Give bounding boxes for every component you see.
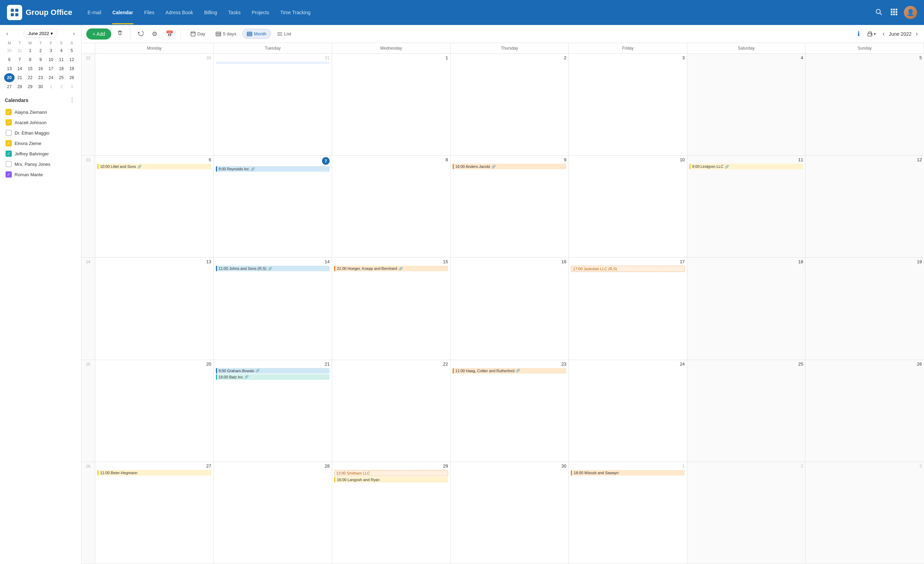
logo-area[interactable]: Group Office: [7, 5, 72, 20]
mini-cal-day[interactable]: 25: [56, 73, 66, 82]
mini-cal-day[interactable]: 16: [35, 64, 46, 73]
calendar-day-cell[interactable]: 30: [451, 462, 569, 564]
mini-cal-day[interactable]: 21: [15, 73, 25, 82]
calendar-day-cell[interactable]: 2: [687, 462, 806, 564]
calendar-event[interactable]: [216, 62, 330, 64]
calendar-day-cell[interactable]: 610:00 Littel and Sons🔗: [95, 156, 214, 257]
mini-cal-day[interactable]: 13: [4, 64, 15, 73]
calendar-day-cell[interactable]: 79:00 Reynolds Inc🔗: [214, 156, 332, 257]
mini-cal-day[interactable]: 2: [56, 82, 66, 91]
calendar-item[interactable]: ✓Elnora Zieme: [4, 138, 77, 149]
print-button[interactable]: ▾: [864, 30, 879, 39]
calendar-day-cell[interactable]: 1717:00 Jaskolski LLC (R,S): [569, 258, 687, 359]
nav-address-book[interactable]: Adress Book: [161, 7, 198, 18]
calendar-checkbox[interactable]: ✓: [6, 109, 12, 115]
calendar-event[interactable]: 18:00 Wisozk and Sawayn: [571, 470, 685, 475]
calendar-day-cell[interactable]: 4: [687, 54, 806, 155]
mini-cal-day[interactable]: 1: [25, 46, 35, 55]
calendar-day-cell[interactable]: 2711:00 Beier-Hegmann: [95, 462, 214, 564]
calendar-day-cell[interactable]: 12: [806, 156, 924, 257]
calendar-event[interactable]: 10:00 Littel and Sons🔗: [98, 164, 212, 169]
nav-time-tracking[interactable]: Time Tracking: [276, 7, 315, 18]
mini-cal-day[interactable]: 8: [25, 55, 35, 64]
refresh-button[interactable]: [135, 28, 146, 40]
mini-cal-day[interactable]: 28: [15, 82, 25, 91]
calendar-event[interactable]: 11:00 Haag, Collier and Rutherford🔗: [453, 368, 567, 374]
calendar-day-cell[interactable]: 5: [806, 54, 924, 155]
prev-month-button[interactable]: ‹: [881, 29, 886, 39]
settings-button[interactable]: ⚙: [149, 28, 160, 40]
view-month-button[interactable]: Month: [242, 29, 271, 39]
mini-cal-day[interactable]: 26: [66, 73, 77, 82]
mini-cal-prev[interactable]: ‹: [4, 30, 10, 38]
calendar-event[interactable]: 9:00 Graham-Bowski🔗: [216, 368, 330, 374]
mini-cal-day[interactable]: 30: [35, 82, 46, 91]
calendar-event[interactable]: 16:00 Langosh and Ryan: [334, 477, 448, 483]
calendar-checkbox[interactable]: ✓: [6, 171, 12, 177]
calendar-day-cell[interactable]: 2913:00 Smitham LLC16:00 Langosh and Rya…: [332, 462, 451, 564]
calendar-item[interactable]: Dr. Ethan Maggio: [4, 128, 77, 138]
calendar-day-cell[interactable]: 25: [687, 360, 806, 462]
mini-cal-day[interactable]: 18: [56, 64, 66, 73]
calendar-checkbox[interactable]: ✓: [6, 140, 12, 146]
calendar-day-cell[interactable]: 28: [214, 462, 332, 564]
mini-cal-day[interactable]: 17: [46, 64, 56, 73]
mini-cal-day[interactable]: 14: [15, 64, 25, 73]
calendar-checkbox[interactable]: [6, 130, 12, 136]
calendar-day-cell[interactable]: 10: [569, 156, 687, 257]
nav-email[interactable]: E-mail: [82, 7, 106, 18]
mini-cal-day[interactable]: 19: [66, 64, 77, 73]
mini-cal-day[interactable]: 4: [56, 46, 66, 55]
mini-cal-day[interactable]: 2: [35, 46, 46, 55]
calendar-day-cell[interactable]: 16: [451, 258, 569, 359]
calendar-event[interactable]: 16:00 Batz Inc🔗: [216, 374, 330, 380]
mini-cal-day[interactable]: 1: [46, 82, 56, 91]
mini-cal-day[interactable]: 7: [15, 55, 25, 64]
calendar-day-cell[interactable]: 119:00 Lindgren LLC🔗: [687, 156, 806, 257]
calendar-day-cell[interactable]: 20: [95, 360, 214, 462]
nav-files[interactable]: Files: [140, 7, 159, 18]
mini-cal-day[interactable]: 3: [46, 46, 56, 55]
mini-cal-next[interactable]: ›: [71, 30, 77, 38]
mini-cal-day[interactable]: 23: [35, 73, 46, 82]
calendar-day-cell[interactable]: 3: [806, 462, 924, 564]
view-day-button[interactable]: Day: [186, 29, 210, 39]
mini-cal-day[interactable]: 27: [4, 82, 15, 91]
calendar-day-cell[interactable]: 8: [332, 156, 451, 257]
info-button[interactable]: ℹ: [856, 29, 861, 39]
calendar-day-cell[interactable]: 1: [332, 54, 451, 155]
calendar-checkbox[interactable]: ✓: [6, 119, 12, 126]
calendar-day-cell[interactable]: 30: [95, 54, 214, 155]
calendar-item[interactable]: ✓Jeffrey Bahringer: [4, 149, 77, 159]
nav-tasks[interactable]: Tasks: [223, 7, 245, 18]
nav-billing[interactable]: Billing: [199, 7, 222, 18]
calendar-item[interactable]: ✓Araceli Johnson: [4, 117, 77, 128]
calendar-day-cell[interactable]: 2: [451, 54, 569, 155]
mini-cal-day[interactable]: 31: [15, 46, 25, 55]
mini-cal-day[interactable]: 5: [66, 46, 77, 55]
calendar-day-cell[interactable]: 219:00 Graham-Bowski🔗16:00 Batz Inc🔗: [214, 360, 332, 462]
user-avatar[interactable]: 👤: [904, 6, 917, 19]
calendar-day-cell[interactable]: 13: [95, 258, 214, 359]
mini-cal-day[interactable]: 12: [66, 55, 77, 64]
mini-cal-day[interactable]: 3: [66, 82, 77, 91]
calendar-day-cell[interactable]: 1411:00 Johns and Sons (R,S)🔗: [214, 258, 332, 359]
calendar-day-cell[interactable]: 22: [332, 360, 451, 462]
view-5days-button[interactable]: 5 days: [211, 29, 240, 39]
mini-cal-day[interactable]: 10: [46, 55, 56, 64]
calendar-day-cell[interactable]: 24: [569, 360, 687, 462]
mini-cal-day[interactable]: 9: [35, 55, 46, 64]
mini-cal-day[interactable]: 30: [4, 46, 15, 55]
calendars-menu-button[interactable]: ⋮: [68, 96, 76, 104]
mini-cal-day[interactable]: 11: [56, 55, 66, 64]
mini-cal-day[interactable]: 15: [25, 64, 35, 73]
calendar-event[interactable]: 16:00 Anders-Jacobi🔗: [453, 164, 567, 169]
calendar-day-cell[interactable]: 18: [687, 258, 806, 359]
calendar-day-cell[interactable]: 31: [214, 54, 332, 155]
mini-cal-day[interactable]: 29: [25, 82, 35, 91]
calendar-event[interactable]: 9:00 Lindgren LLC🔗: [689, 164, 803, 169]
calendar-day-cell[interactable]: 19: [806, 258, 924, 359]
add-button[interactable]: + Add: [86, 29, 111, 39]
nav-projects[interactable]: Projects: [247, 7, 274, 18]
calendar-day-cell[interactable]: 118:00 Wisozk and Sawayn: [569, 462, 687, 564]
